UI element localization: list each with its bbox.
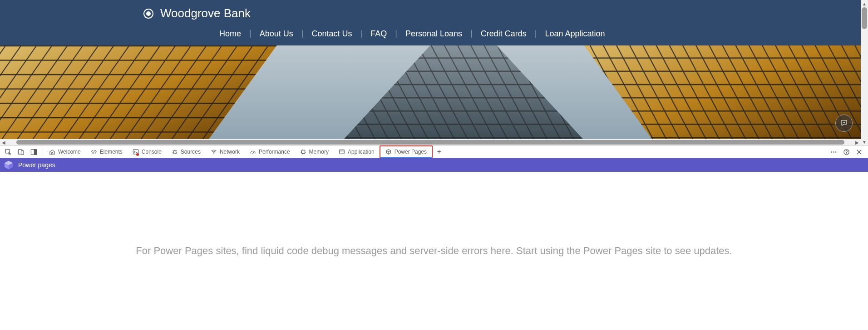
site-header: Woodgrove Bank Home| About Us| Contact U… xyxy=(0,0,861,45)
svg-point-24 xyxy=(833,151,834,152)
tab-label: Elements xyxy=(100,149,123,155)
dock-side-icon[interactable] xyxy=(27,145,40,158)
tab-label: Welcome xyxy=(58,149,81,155)
nav-faq[interactable]: FAQ xyxy=(362,29,395,39)
power-pages-panel-header: Power pages xyxy=(0,158,868,172)
help-icon[interactable] xyxy=(840,145,853,158)
brand: Woodgrove Bank xyxy=(143,0,861,20)
tab-network[interactable]: Network xyxy=(206,145,245,158)
vscroll-thumb[interactable] xyxy=(862,7,867,29)
window-icon xyxy=(339,149,345,155)
hero-image xyxy=(0,45,861,139)
console-error-badge xyxy=(136,153,139,156)
gauge-icon xyxy=(250,149,256,155)
svg-rect-14 xyxy=(21,150,24,154)
svg-point-19 xyxy=(213,154,214,155)
svg-rect-21 xyxy=(301,150,305,154)
nav-personal-loans[interactable]: Personal Loans xyxy=(397,29,470,39)
scroll-right-button[interactable]: ▶ xyxy=(853,139,861,145)
nav-contact-us[interactable]: Contact Us xyxy=(303,29,360,39)
hscroll-thumb[interactable] xyxy=(16,140,844,145)
tab-performance[interactable]: Performance xyxy=(245,145,295,158)
bug-icon xyxy=(172,149,178,155)
svg-point-1 xyxy=(146,11,151,16)
tab-label: Console xyxy=(142,149,162,155)
scroll-up-button[interactable]: ▲ xyxy=(861,0,868,7)
primary-nav: Home| About Us| Contact Us| FAQ| Persona… xyxy=(143,29,861,39)
power-pages-panel-body: For Power Pages sites, find liquid code … xyxy=(0,172,868,330)
code-icon xyxy=(91,149,97,155)
tab-label: Memory xyxy=(309,149,329,155)
inspect-element-icon[interactable] xyxy=(2,145,15,158)
svg-point-25 xyxy=(835,151,836,152)
nav-about-us[interactable]: About Us xyxy=(252,29,301,39)
svg-point-27 xyxy=(846,153,846,154)
scroll-left-button[interactable]: ◀ xyxy=(0,139,7,145)
tab-welcome[interactable]: Welcome xyxy=(44,145,86,158)
device-emulation-icon[interactable] xyxy=(15,145,27,158)
brand-logo-icon xyxy=(143,8,154,19)
page-vertical-scrollbar[interactable]: ▲ ▼ xyxy=(861,0,868,145)
feedback-icon xyxy=(840,119,848,127)
plus-icon: + xyxy=(437,148,441,156)
page-horizontal-scrollbar[interactable]: ◀ ▶ xyxy=(0,139,861,145)
tab-power-pages[interactable]: Power Pages xyxy=(380,145,433,158)
power-pages-logo-icon xyxy=(4,160,14,170)
close-devtools-icon[interactable] xyxy=(853,145,865,158)
svg-rect-22 xyxy=(340,150,345,154)
wifi-icon xyxy=(211,149,217,155)
tab-memory[interactable]: Memory xyxy=(295,145,334,158)
feedback-button[interactable] xyxy=(835,115,853,132)
svg-rect-11 xyxy=(0,45,861,139)
svg-point-18 xyxy=(173,150,176,154)
nav-home[interactable]: Home xyxy=(211,29,249,39)
brand-name: Woodgrove Bank xyxy=(160,6,251,20)
power-pages-panel-title: Power pages xyxy=(18,161,55,169)
tab-sources[interactable]: Sources xyxy=(167,145,206,158)
svg-rect-16 xyxy=(34,149,36,154)
tab-label: Power Pages xyxy=(395,149,427,155)
tab-label: Sources xyxy=(181,149,201,155)
power-pages-empty-message: For Power Pages sites, find liquid code … xyxy=(136,245,732,257)
svg-point-20 xyxy=(252,153,253,154)
scroll-down-button[interactable]: ▼ xyxy=(861,138,868,145)
browser-content-area: ▲ ▼ Woodgrove Bank Home| About Us| Conta… xyxy=(0,0,868,145)
devtools-tabs: Welcome Elements Console Sources Network xyxy=(44,146,445,158)
add-tab-button[interactable]: + xyxy=(433,148,445,156)
svg-point-23 xyxy=(831,151,832,152)
nav-credit-cards[interactable]: Credit Cards xyxy=(473,29,535,39)
tab-label: Network xyxy=(220,149,240,155)
tab-console[interactable]: Console xyxy=(128,145,167,158)
tab-elements[interactable]: Elements xyxy=(86,145,128,158)
nav-loan-application[interactable]: Loan Application xyxy=(537,29,613,39)
home-icon xyxy=(49,149,55,155)
power-pages-icon xyxy=(385,149,392,155)
tab-label: Application xyxy=(348,149,375,155)
tab-application[interactable]: Application xyxy=(334,145,380,158)
tab-label: Performance xyxy=(259,149,290,155)
more-options-icon[interactable] xyxy=(827,145,840,158)
vscroll-track[interactable] xyxy=(861,7,868,138)
hscroll-track[interactable] xyxy=(7,139,853,145)
chip-icon xyxy=(300,149,306,155)
devtools-toolbar: Welcome Elements Console Sources Network xyxy=(0,145,868,158)
